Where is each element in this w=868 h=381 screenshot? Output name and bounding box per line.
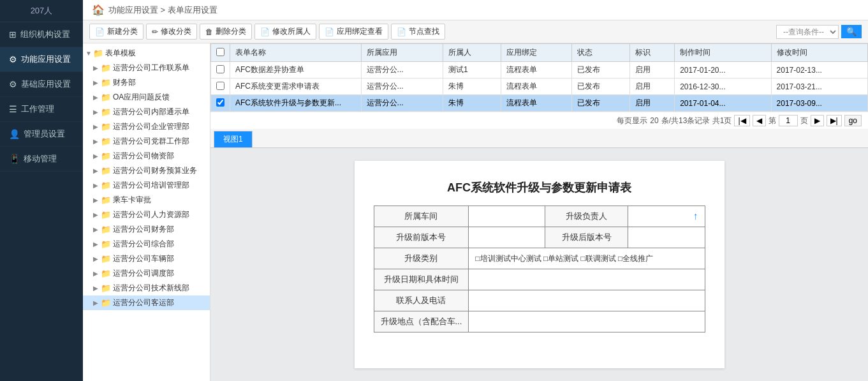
tree-item-11[interactable]: ▶ 📁 运营分公司财务部 [83, 222, 210, 237]
node-find-button[interactable]: 📄 节点查找 [391, 24, 445, 40]
row-name: AFC系统软件升级与参数更新... [230, 95, 362, 112]
binding-view-button[interactable]: 📄 应用绑定查看 [319, 24, 388, 40]
sidebar: 207人 ⊞ 组织机构设置 ⚙ 功能应用设置 ⚙ 基础应用设置 ☰ 工作管理 👤… [0, 0, 83, 381]
select-all-checkbox[interactable] [216, 48, 224, 56]
row-modified: 2017-02-13... [771, 62, 867, 78]
tree-item-14[interactable]: ▶ 📁 运营分公司调度部 [83, 266, 210, 281]
tree-root[interactable]: ▼ 📁 表单模板 [83, 46, 210, 61]
tree-toggle-0: ▶ [93, 64, 101, 71]
sidebar-item-org[interactable]: ⊞ 组织机构设置 [0, 22, 83, 47]
field-label-manager: 升级负责人 [545, 206, 628, 227]
tree-item-3[interactable]: ▶ 📁 运营分公司内部通示单 [83, 105, 210, 119]
content-area: ▼ 📁 表单模板 ▶ 📁 运营分公司工作联系单 ▶ 📁 财务部 ▶ 📁 OA应 [83, 43, 868, 381]
binding-view-label: 应用绑定查看 [337, 26, 383, 37]
delete-category-button[interactable]: 🗑 删除分类 [200, 24, 252, 40]
tree-item-5[interactable]: ▶ 📁 运营分公司党群工作部 [83, 134, 210, 149]
sidebar-item-label: 基础应用设置 [21, 78, 71, 90]
tree-item-8[interactable]: ▶ 📁 运营分公司培训管理部 [83, 178, 210, 193]
sidebar-item-work[interactable]: ☰ 工作管理 [0, 97, 83, 122]
total-label: 条/共13条记录 共1页 [661, 116, 732, 126]
tree-item-7[interactable]: ▶ 📁 运营分公司财务预算业务 [83, 163, 210, 178]
page-size-label: 每页显示 [617, 116, 647, 126]
org-icon: ⊞ [9, 29, 17, 40]
tree-toggle-16: ▶ [93, 299, 101, 306]
pagination: 每页显示 20 条/共13条记录 共1页 |◀ ◀ 第 页 ▶ ▶| go [210, 112, 868, 129]
row-checkbox[interactable] [216, 98, 224, 107]
first-page-button[interactable]: |◀ [734, 115, 749, 126]
row-checkbox-cell[interactable] [211, 95, 230, 112]
mobile-icon: 📱 [9, 154, 20, 164]
prev-page-button[interactable]: ◀ [753, 115, 766, 126]
go-button[interactable]: go [844, 115, 862, 126]
tree-item-13[interactable]: ▶ 📁 运营分公司车辆部 [83, 251, 210, 266]
row-checkbox-cell[interactable] [211, 62, 230, 78]
page-number-input[interactable] [779, 115, 798, 126]
row-checkbox-cell[interactable] [211, 78, 230, 95]
delete-icon: 🗑 [205, 27, 213, 36]
tree-label-15: 运营分公司技术新线部 [113, 283, 189, 294]
view-tab-1[interactable]: 视图1 [214, 131, 253, 147]
tree-item-4[interactable]: ▶ 📁 运营分公司企业管理部 [83, 119, 210, 134]
folder-icon-6: 📁 [101, 151, 111, 161]
field-value-contact [469, 290, 705, 311]
row-app: 运营分公... [361, 95, 443, 112]
tree-item-6[interactable]: ▶ 📁 运营分公司物资部 [83, 149, 210, 163]
modify-owner-button[interactable]: 📄 修改所属人 [254, 24, 316, 40]
folder-icon-10: 📁 [101, 210, 111, 220]
tree-label-0: 运营分公司工作联系单 [113, 63, 189, 73]
tree-item-2[interactable]: ▶ 📁 OA应用问题反馈 [83, 90, 210, 105]
col-name: 表单名称 [230, 44, 362, 62]
row-binding: 流程表单 [501, 62, 571, 78]
tree-item-16[interactable]: ▶ 📁 运营分公司客运部 [83, 295, 210, 310]
tree-toggle-13: ▶ [93, 255, 101, 262]
tree-item-15[interactable]: ▶ 📁 运营分公司技术新线部 [83, 281, 210, 295]
field-options-type: □培训测试中心测试 □单站测试 □联调测试 □全线推广 [469, 248, 705, 269]
sidebar-item-basic[interactable]: ⚙ 基础应用设置 [0, 72, 83, 97]
field-value-workshop [469, 206, 545, 227]
row-checkbox[interactable] [216, 65, 224, 73]
query-condition-select[interactable]: --查询条件-- [776, 25, 839, 39]
col-owner: 所属人 [443, 44, 501, 62]
tree-item-0[interactable]: ▶ 📁 运营分公司工作联系单 [83, 61, 210, 75]
last-page-button[interactable]: ▶| [827, 115, 842, 126]
field-label-type: 升级类别 [374, 248, 469, 269]
sidebar-item-mobile[interactable]: 📱 移动管理 [0, 147, 83, 172]
find-icon: 📄 [397, 27, 406, 36]
row-checkbox[interactable] [216, 82, 224, 90]
table-row[interactable]: AFC系统变更需求申请表 运营分公... 朱博 流程表单 已发布 启用 2016… [211, 78, 868, 95]
search-button[interactable]: 🔍 [841, 25, 862, 38]
tree-item-9[interactable]: ▶ 📁 乘车卡审批 [83, 193, 210, 207]
tree-toggle-15: ▶ [93, 285, 101, 292]
new-category-button[interactable]: 📄 新建分类 [89, 24, 143, 40]
row-modified: 2017-03-21... [771, 78, 867, 95]
tree-label-9: 乘车卡审批 [113, 195, 151, 205]
tree-toggle-6: ▶ [93, 153, 101, 160]
sidebar-item-function[interactable]: ⚙ 功能应用设置 [0, 47, 83, 72]
field-value-manager: ↑ [628, 206, 705, 227]
row-mark: 启用 [629, 62, 674, 78]
tree-item-1[interactable]: ▶ 📁 财务部 [83, 75, 210, 90]
folder-icon-5: 📁 [101, 137, 111, 146]
home-icon[interactable]: 🏠 [92, 4, 105, 16]
tree-item-10[interactable]: ▶ 📁 运营分公司人力资源部 [83, 207, 210, 222]
tree-item-12[interactable]: ▶ 📁 运营分公司综合部 [83, 237, 210, 251]
admin-icon: 👤 [9, 129, 20, 139]
sidebar-item-admin[interactable]: 👤 管理员设置 [0, 122, 83, 147]
data-table: 表单名称 所属应用 所属人 应用绑定 状态 标识 制作时间 修改时间 [210, 43, 868, 112]
edit-category-button[interactable]: ✏ 修改分类 [146, 24, 197, 40]
field-value-location [469, 311, 705, 332]
tree-label-12: 运营分公司综合部 [113, 239, 174, 250]
edit-icon: ✏ [152, 27, 158, 36]
new-icon: 📄 [95, 27, 105, 36]
sidebar-header: 207人 [0, 0, 83, 22]
table-row[interactable]: AFC系统软件升级与参数更新... 运营分公... 朱博 流程表单 已发布 启用… [211, 95, 868, 112]
row-modified: 2017-03-09... [771, 95, 867, 112]
table-row[interactable]: AFC数据差异协查单 运营分公... 测试1 流程表单 已发布 启用 2017-… [211, 62, 868, 78]
folder-icon-4: 📁 [101, 122, 111, 131]
col-modified: 修改时间 [771, 44, 867, 62]
row-created: 2016-12-30... [675, 78, 771, 95]
folder-icon-0: 📁 [101, 63, 111, 73]
row-status: 已发布 [572, 62, 630, 78]
folder-icon-7: 📁 [101, 166, 111, 176]
next-page-button[interactable]: ▶ [811, 115, 824, 126]
